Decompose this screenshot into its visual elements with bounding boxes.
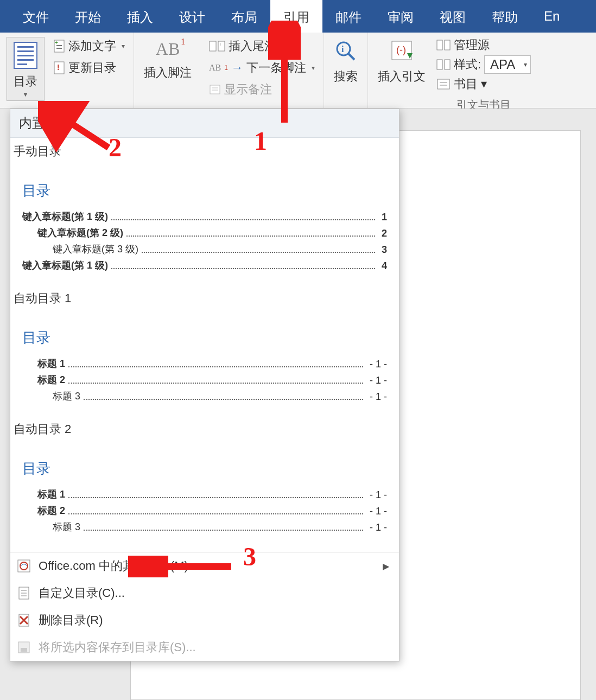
svg-text:i: i (220, 42, 221, 47)
group-toc: 目录 ▼ + 添加文字▾ ! 更新目录 (0, 33, 134, 108)
group-citations: (-) 插入引文 管理源 样式: APA▾ 书目▾ 引文与书目 (368, 33, 537, 108)
manage-sources-button[interactable]: 管理源 (436, 37, 531, 53)
custom-toc-label: 自定义目录(C)... (39, 585, 125, 601)
chevron-right-icon: ▶ (383, 561, 389, 571)
insert-endnote-button[interactable]: i 插入尾注 (207, 37, 317, 55)
next-footnote-button[interactable]: AB1→ 下一条脚注▾ (207, 59, 317, 77)
svg-rect-28 (438, 79, 449, 89)
svg-rect-15 (210, 85, 220, 94)
style-select-row[interactable]: 样式: APA▾ (436, 55, 531, 74)
footnote-super: 1 (181, 37, 185, 47)
remove-toc-icon (17, 613, 31, 627)
auto-toc2-preview[interactable]: 目录 标题 1- 1 - 标题 2- 1 - 标题 3- 1 - (10, 442, 399, 546)
insert-citation-label: 插入引文 (378, 68, 426, 85)
toc-preview-title: 目录 (22, 328, 387, 347)
toc-preview-title: 目录 (22, 459, 387, 478)
toc-line-page: - 1 - (370, 391, 387, 403)
svg-line-19 (348, 54, 354, 60)
svg-rect-4 (17, 59, 34, 61)
next-footnote-label: 下一条脚注 (246, 60, 306, 76)
toc-line-page: 3 (382, 244, 387, 256)
tab-mailings[interactable]: 邮件 (322, 0, 375, 33)
svg-rect-26 (437, 60, 442, 69)
tab-references[interactable]: 引用 (270, 0, 322, 33)
custom-toc-icon (17, 586, 31, 600)
search-label: 搜索 (334, 68, 358, 85)
show-notes-button: 显示备注 (207, 80, 317, 99)
tab-file[interactable]: 文件 (10, 0, 62, 33)
group-footnotes: AB1 插入脚注 i 插入尾注 AB1→ 下一条脚注▾ 显示备注 (134, 33, 324, 108)
toc-line-page: - 1 - (370, 522, 387, 533)
toc-button[interactable]: 目录 ▼ (7, 37, 45, 101)
toc-line-label: 标题 1 (37, 488, 65, 501)
svg-rect-41 (21, 648, 27, 652)
toc-line-label: 键入章标题(第 1 级) (22, 259, 108, 272)
tab-insert[interactable]: 插入 (114, 0, 166, 33)
custom-toc-item[interactable]: 自定义目录(C)... (10, 580, 399, 607)
insert-footnote-button[interactable]: AB1 插入脚注 (141, 37, 195, 83)
svg-rect-2 (17, 50, 34, 52)
remove-toc-item[interactable]: 删除目录(R) (10, 607, 399, 634)
style-icon (436, 59, 451, 71)
toc-dropdown: 内置 手动目录 目录 键入章标题(第 1 级)1 键入章标题(第 2 级)2 键… (10, 109, 400, 661)
more-office-label: Office.com 中的其他目录(M) (39, 558, 188, 574)
tab-layout[interactable]: 布局 (218, 0, 270, 33)
manual-toc-category: 手动目录 (10, 138, 399, 164)
svg-rect-3 (17, 55, 34, 56)
ribbon-tabs: 文件 开始 插入 设计 布局 引用 邮件 审阅 视图 帮助 En (0, 0, 596, 33)
svg-text:(-): (-) (396, 44, 406, 55)
insert-citation-icon: (-) (389, 39, 415, 63)
tab-home[interactable]: 开始 (62, 0, 114, 33)
update-toc-button[interactable]: ! 更新目录 (51, 59, 127, 77)
svg-rect-5 (17, 63, 27, 65)
toc-line-page: - 1 - (370, 359, 387, 370)
add-text-label: 添加文字 (68, 38, 116, 54)
tab-design[interactable]: 设计 (166, 0, 218, 33)
search-button[interactable]: i 搜索 (331, 37, 361, 87)
bibliography-button[interactable]: 书目▾ (436, 76, 531, 92)
caret-icon: ▾ (312, 64, 315, 72)
toc-line-label: 标题 2 (37, 373, 65, 386)
manual-toc-preview[interactable]: 目录 键入章标题(第 1 级)1 键入章标题(第 2 级)2 键入章标题(第 3… (10, 164, 399, 285)
tab-help[interactable]: 帮助 (479, 0, 531, 33)
svg-rect-1 (17, 46, 34, 48)
toc-preview-title: 目录 (22, 181, 387, 200)
manage-sources-label: 管理源 (454, 37, 490, 53)
svg-text:i: i (341, 44, 344, 54)
search-icon: i (334, 39, 358, 63)
add-text-icon: + (53, 39, 65, 53)
caret-icon: ▾ (481, 77, 487, 91)
auto-toc1-preview[interactable]: 目录 标题 1- 1 - 标题 2- 1 - 标题 3- 1 - (10, 311, 399, 416)
dropdown-builtin-header: 内置 (10, 109, 399, 138)
show-notes-label: 显示备注 (224, 81, 272, 98)
toc-line-page: - 1 - (370, 489, 387, 501)
bibliography-label: 书目 (454, 76, 478, 92)
toc-line-page: 2 (382, 228, 387, 239)
tab-review[interactable]: 审阅 (375, 0, 427, 33)
toc-line-label: 键入章标题(第 3 级) (53, 243, 138, 256)
endnote-icon: i (209, 40, 225, 52)
toc-line-label: 键入章标题(第 2 级) (37, 226, 123, 239)
more-office-toc-item[interactable]: Office.com 中的其他目录(M) ▶ (10, 552, 399, 580)
remove-toc-label: 删除目录(R) (39, 612, 103, 628)
bibliography-icon (436, 78, 451, 90)
svg-text:+: + (55, 40, 58, 46)
add-text-button[interactable]: + 添加文字▾ (51, 37, 127, 55)
toc-line-page: - 1 - (370, 375, 387, 386)
tab-extra[interactable]: En (531, 0, 573, 33)
toc-line-label: 标题 2 (37, 504, 65, 517)
toc-line-label: 标题 3 (53, 390, 80, 403)
svg-rect-24 (437, 40, 442, 50)
caret-icon: ▾ (122, 42, 125, 50)
manage-sources-icon (436, 39, 451, 51)
caret-icon: ▼ (22, 91, 29, 98)
insert-citation-button[interactable]: (-) 插入引文 (375, 37, 429, 87)
tab-view[interactable]: 视图 (427, 0, 479, 33)
toc-label: 目录 (14, 73, 37, 90)
style-label: 样式: (454, 56, 481, 73)
style-select[interactable]: APA▾ (484, 55, 531, 74)
save-selection-label: 将所选内容保存到目录库(S)... (39, 639, 196, 656)
svg-rect-25 (445, 40, 450, 50)
show-notes-icon (209, 84, 221, 95)
ribbon: 目录 ▼ + 添加文字▾ ! 更新目录 AB1 插入脚注 i 插入尾注 A (0, 33, 596, 109)
